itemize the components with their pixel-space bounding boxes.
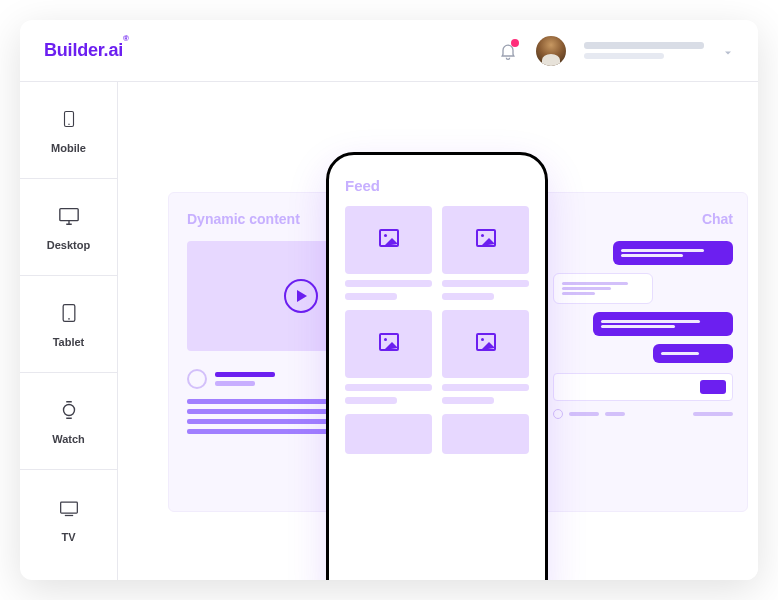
sidebar-item-mobile[interactable]: Mobile <box>20 82 117 179</box>
svg-rect-8 <box>60 502 77 513</box>
svg-point-7 <box>63 405 74 416</box>
feed-grid <box>345 206 529 454</box>
bell-icon <box>498 47 518 64</box>
avatar[interactable] <box>536 36 566 66</box>
mobile-icon <box>56 106 82 132</box>
header: Builder.ai® <box>20 20 758 82</box>
header-right <box>498 36 734 66</box>
device-sidebar: Mobile Desktop Tablet Watch <box>20 82 118 580</box>
user-name-placeholder <box>584 42 704 59</box>
chat-input-row[interactable] <box>553 373 733 401</box>
tablet-icon <box>56 300 82 326</box>
sidebar-item-label: Mobile <box>51 142 86 154</box>
feed-card[interactable] <box>442 414 529 454</box>
image-placeholder <box>345 310 432 378</box>
feed-card[interactable] <box>442 310 529 404</box>
body: Mobile Desktop Tablet Watch <box>20 82 758 580</box>
chat-input[interactable] <box>560 383 694 391</box>
logo[interactable]: Builder.ai® <box>44 40 129 61</box>
canvas: Dynamic content <box>118 82 758 580</box>
svg-point-13 <box>481 234 484 237</box>
chat-messages <box>553 241 733 363</box>
chat-footer <box>553 409 733 419</box>
feed-card[interactable] <box>345 414 432 454</box>
sidebar-item-tablet[interactable]: Tablet <box>20 276 117 373</box>
svg-point-15 <box>384 338 387 341</box>
chat-panel[interactable]: Chat <box>538 192 748 512</box>
account-dropdown[interactable] <box>722 45 734 57</box>
chat-bubble-outgoing <box>613 241 733 265</box>
send-button[interactable] <box>700 380 726 394</box>
image-icon <box>474 330 498 358</box>
svg-rect-2 <box>59 209 77 221</box>
svg-point-17 <box>481 338 484 341</box>
image-icon <box>377 330 401 358</box>
sidebar-item-tv[interactable]: TV <box>20 470 117 567</box>
sidebar-item-label: Watch <box>52 433 85 445</box>
phone-mockup[interactable]: Feed <box>326 152 548 580</box>
app-window: Builder.ai® <box>20 20 758 580</box>
sidebar-item-label: TV <box>61 531 75 543</box>
desktop-icon <box>56 203 82 229</box>
phone-title: Feed <box>345 177 529 194</box>
image-placeholder <box>442 206 529 274</box>
chat-bubble-outgoing <box>653 344 733 363</box>
feed-card[interactable] <box>442 206 529 300</box>
tv-icon <box>56 495 82 521</box>
image-placeholder <box>442 310 529 378</box>
logo-trademark: ® <box>123 34 129 43</box>
chat-bubble-outgoing <box>593 312 733 336</box>
sidebar-item-watch[interactable]: Watch <box>20 373 117 470</box>
sidebar-item-desktop[interactable]: Desktop <box>20 179 117 276</box>
feed-card[interactable] <box>345 310 432 404</box>
avatar-placeholder-icon <box>187 369 207 389</box>
notifications-button[interactable] <box>498 41 518 61</box>
logo-text: Builder.ai <box>44 40 123 61</box>
feed-card[interactable] <box>345 206 432 300</box>
chat-bubble-incoming <box>553 273 653 304</box>
image-placeholder <box>442 414 529 454</box>
sidebar-item-label: Tablet <box>53 336 85 348</box>
sidebar-item-label: Desktop <box>47 239 90 251</box>
watch-icon <box>56 397 82 423</box>
image-placeholder <box>345 206 432 274</box>
notification-dot-icon <box>511 39 519 47</box>
svg-point-11 <box>384 234 387 237</box>
image-placeholder <box>345 414 432 454</box>
play-icon <box>284 279 318 313</box>
image-icon <box>474 226 498 254</box>
chevron-down-icon <box>722 45 734 62</box>
image-icon <box>377 226 401 254</box>
panel-title: Chat <box>553 211 733 227</box>
